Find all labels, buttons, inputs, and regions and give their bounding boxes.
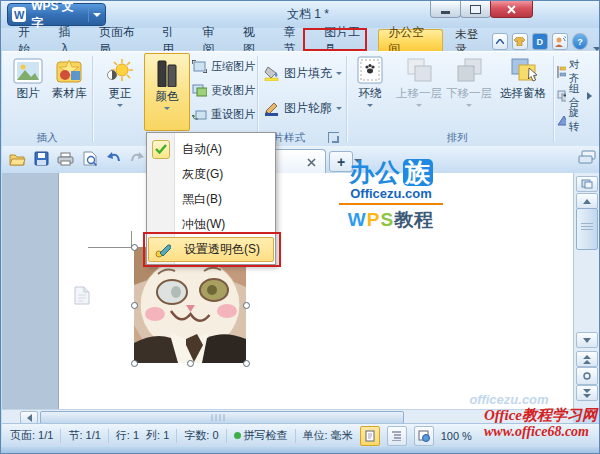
object-anchor-icon — [74, 286, 90, 305]
close-icon — [507, 5, 516, 14]
quick-access-toolbar — [8, 149, 147, 168]
save-icon — [34, 151, 49, 166]
horizontal-scrollbar[interactable] — [2, 409, 573, 424]
share-user-icon[interactable] — [552, 33, 568, 50]
paw-icon — [357, 56, 383, 84]
group-label-arrange: 排列 — [422, 131, 492, 145]
compress-picture-button[interactable]: 压缩图片 — [192, 59, 255, 74]
collapse-ribbon-icon[interactable] — [492, 33, 508, 50]
compress-picture-icon — [192, 60, 207, 73]
undo-icon — [106, 152, 121, 165]
scroll-up-button[interactable] — [576, 193, 598, 209]
fill-dropdown-icon — [336, 72, 342, 75]
group-label-insert: 插入 — [4, 131, 90, 145]
save-button[interactable] — [32, 149, 51, 168]
scroll-top-tool-button[interactable] — [576, 176, 598, 192]
skin-icon[interactable] — [512, 33, 528, 50]
status-page: 页面: 1/1 — [10, 428, 53, 443]
redo-button[interactable] — [128, 149, 147, 168]
outline-pencil-icon — [264, 101, 280, 116]
tab-office-space[interactable]: 办公空间 — [378, 29, 443, 51]
page-view-icon — [365, 430, 375, 442]
print-preview-button[interactable] — [80, 149, 99, 168]
docer-icon[interactable]: D — [532, 33, 548, 50]
document-title: 文档 1 * — [253, 6, 363, 23]
tab-references[interactable]: 引用 — [153, 30, 194, 51]
page-view-button[interactable] — [360, 426, 380, 446]
print-button[interactable] — [56, 149, 75, 168]
spell-check-status[interactable]: 拼写检查 — [234, 428, 288, 443]
status-bar: 页面: 1/1 节: 1/1 行: 1 列: 1 字数: 0 拼写检查 单位: … — [2, 423, 599, 447]
previous-page-button[interactable] — [576, 351, 598, 367]
wps-writer-window: W WPS 文字 文档 1 * 开始 插入 页面布局 引用 审阅 视图 章节 图… — [0, 0, 600, 454]
send-backward-button: 下移一层 — [446, 56, 492, 107]
maximize-button[interactable] — [460, 1, 491, 18]
web-view-icon — [418, 430, 430, 442]
wrap-text-button[interactable]: 环绕 — [351, 56, 389, 107]
resize-handle-bottom-left[interactable] — [131, 360, 138, 367]
undo-button[interactable] — [104, 149, 123, 168]
tab-picture-tools[interactable]: 图片工具 — [315, 30, 378, 51]
vertical-scrollbar[interactable] — [573, 173, 599, 409]
ribbon: 图片 素材库 插入 更正 颜色 压缩图片 更改图片 重设图片 — [2, 51, 599, 148]
wps-menu-dropdown[interactable] — [88, 8, 101, 22]
insert-picture-button[interactable]: 图片 — [8, 58, 48, 101]
tab-list-dropdown-icon[interactable] — [354, 159, 362, 163]
tab-review[interactable]: 审阅 — [194, 30, 235, 51]
picture-style-dialog-launcher[interactable] — [328, 132, 339, 143]
resize-handle-mid-left[interactable] — [131, 302, 138, 309]
resize-handle-top-left[interactable] — [131, 244, 138, 251]
status-unit: 单位: 毫米 — [303, 428, 353, 443]
ribbon-overflow-arrow[interactable] — [587, 92, 592, 100]
vertical-scroll-thumb[interactable] — [576, 208, 598, 250]
transparent-color-pen-icon — [155, 242, 171, 258]
resize-handle-bottom-right[interactable] — [243, 360, 250, 367]
minimize-icon — [441, 11, 450, 14]
maximize-icon — [470, 5, 481, 14]
scroll-down-button[interactable] — [576, 332, 598, 348]
open-button[interactable] — [8, 149, 27, 168]
select-browse-object-button[interactable] — [576, 367, 598, 385]
menu-item-black-white[interactable]: 黑白(B) — [147, 187, 275, 212]
double-up-icon — [583, 355, 591, 364]
close-tab-icon[interactable] — [307, 158, 316, 167]
reset-picture-button[interactable]: 重设图片 — [192, 107, 255, 122]
tab-view[interactable]: 视图 — [234, 30, 275, 51]
view-switch-icon[interactable] — [578, 150, 596, 168]
menu-item-grayscale[interactable]: 灰度(G) — [147, 162, 275, 187]
next-page-button[interactable] — [576, 385, 598, 401]
correct-button[interactable]: 更正 — [100, 58, 140, 107]
menu-item-washout[interactable]: 冲蚀(W) — [147, 212, 275, 237]
zoom-level: 100 % — [441, 430, 472, 442]
color-button[interactable]: 颜色 — [144, 53, 190, 131]
resize-handle-mid-right[interactable] — [243, 302, 250, 309]
print-preview-icon — [83, 151, 97, 166]
close-button[interactable] — [490, 1, 533, 18]
tab-insert[interactable]: 插入 — [50, 30, 91, 51]
status-column: 列: 1 — [146, 428, 169, 443]
tab-page-layout[interactable]: 页面布局 — [90, 30, 153, 51]
status-word-count[interactable]: 字数: 0 — [184, 428, 218, 443]
resize-handle-bottom-center[interactable] — [187, 360, 194, 367]
new-tab-button[interactable]: + — [329, 151, 353, 172]
arrow-down-icon — [583, 338, 591, 343]
spell-check-dot-icon — [234, 432, 241, 439]
menu-item-auto[interactable]: 自动(A) — [147, 137, 275, 162]
clipart-library-button[interactable]: 素材库 — [48, 58, 90, 101]
menu-item-set-transparent-color[interactable]: 设置透明色(S) — [148, 237, 274, 262]
tab-home[interactable]: 开始 — [9, 30, 50, 51]
selection-pane-button[interactable]: 选择窗格 — [496, 56, 550, 101]
minimize-button[interactable] — [430, 1, 461, 18]
help-icon[interactable]: ? — [572, 33, 588, 50]
change-picture-button[interactable]: 更改图片 — [192, 83, 255, 98]
picture-outline-button[interactable]: 图片轮廓 — [264, 100, 342, 117]
rotate-icon — [557, 114, 566, 126]
arrow-up-icon — [583, 199, 591, 204]
tab-section[interactable]: 章节 — [275, 30, 316, 51]
arrow-left-icon — [27, 414, 32, 422]
reset-picture-icon — [192, 108, 207, 121]
web-view-button[interactable] — [414, 426, 434, 446]
outline-view-button[interactable] — [387, 426, 407, 446]
picture-fill-button[interactable]: 图片填充 — [264, 65, 342, 82]
rotate-button[interactable]: 旋转 — [557, 106, 583, 134]
